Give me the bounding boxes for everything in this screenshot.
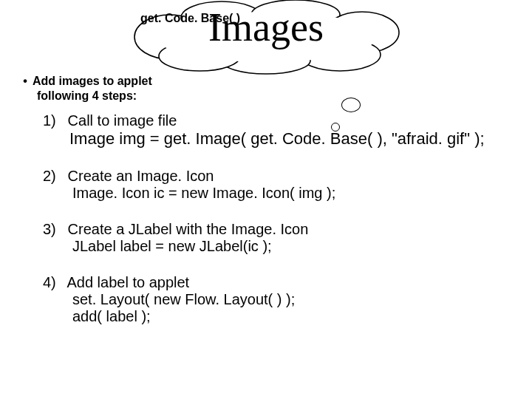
step-number: 4) bbox=[43, 274, 64, 291]
steps-list: 1) Call to image file Image img = get. I… bbox=[43, 112, 517, 344]
step-body: Image img = get. Image( get. Code. Base(… bbox=[43, 129, 517, 149]
step-heading: Create an Image. Icon bbox=[68, 168, 214, 184]
step-number: 3) bbox=[43, 221, 64, 238]
step-number: 1) bbox=[43, 112, 64, 129]
intro-line1: Add images to applet bbox=[33, 75, 152, 87]
step-body: Image. Icon ic = new Image. Icon( img ); bbox=[43, 185, 517, 202]
step-number: 2) bbox=[43, 168, 64, 185]
title-area: Images get. Code. Base( ) bbox=[0, 4, 532, 50]
title-annotation: get. Code. Base( ) bbox=[140, 12, 240, 25]
bullet-icon: • bbox=[18, 74, 33, 89]
step-2: 2) Create an Image. Icon Image. Icon ic … bbox=[43, 168, 517, 202]
step-4: 4) Add label to applet set. Layout( new … bbox=[43, 274, 517, 325]
slide: Images get. Code. Base( ) •Add images to… bbox=[0, 0, 532, 399]
svg-point-5 bbox=[222, 47, 310, 74]
cloud-tail-bubble bbox=[341, 98, 361, 112]
step-heading: Add label to applet bbox=[66, 274, 189, 290]
step-1: 1) Call to image file Image img = get. I… bbox=[43, 112, 517, 149]
step-body: set. Layout( new Flow. Layout( ) ); add(… bbox=[43, 291, 517, 325]
step-body: JLabel label = new JLabel(ic ); bbox=[43, 238, 517, 255]
step-heading: Call to image file bbox=[68, 112, 177, 129]
intro-line2: following 4 steps: bbox=[37, 89, 137, 102]
step-3: 3) Create a JLabel with the Image. Icon … bbox=[43, 221, 517, 255]
intro-text: •Add images to applet following 4 steps: bbox=[18, 74, 152, 103]
step-heading: Create a JLabel with the Image. Icon bbox=[68, 221, 309, 237]
